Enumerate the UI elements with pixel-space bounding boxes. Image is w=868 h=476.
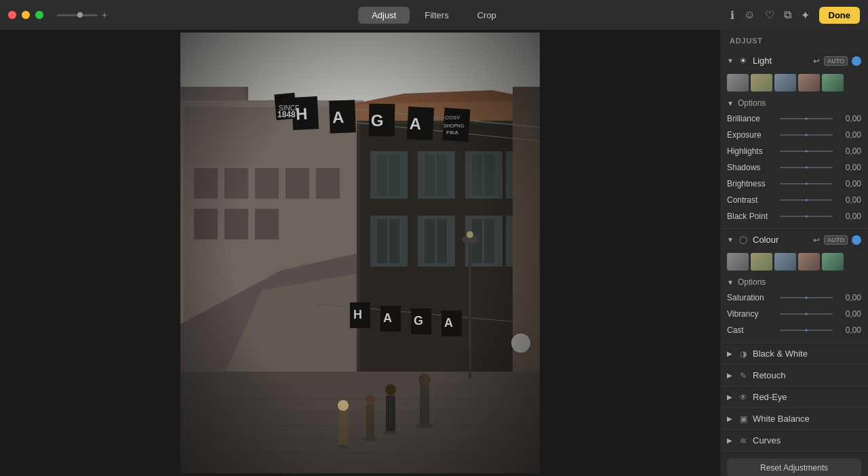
copy-icon[interactable]: ⧉: [784, 9, 791, 21]
magic-icon[interactable]: ✦: [801, 9, 810, 22]
wb-chevron-icon: ▶: [727, 415, 734, 422]
tab-filters[interactable]: Filters: [411, 7, 462, 24]
colour-thumb-3[interactable]: [774, 253, 796, 271]
bw-chevron-icon: ▶: [727, 350, 734, 357]
right-panel: ADJUST ▼ ☀ Light ↩ AUTO: [720, 30, 868, 476]
thumb-5[interactable]: [822, 74, 844, 92]
redeye-label: Red-Eye: [753, 392, 787, 402]
colour-options-label: Options: [738, 277, 766, 287]
wb-label: White Balance: [753, 414, 810, 424]
undo-icon[interactable]: ↩: [813, 56, 820, 66]
highlights-row: Highlights 0,00: [720, 143, 868, 159]
saturation-value: 0,00: [837, 293, 861, 302]
shadows-value: 0,00: [837, 163, 861, 172]
colour-thumb-4[interactable]: [798, 253, 820, 271]
panel-title: ADJUST: [720, 30, 868, 50]
bw-label: Black & White: [753, 349, 808, 359]
colour-section-header[interactable]: ▼ ◯ Colour ↩ AUTO: [720, 229, 868, 250]
reset-button[interactable]: Reset Adjustments: [727, 458, 861, 476]
colour-undo-icon[interactable]: ↩: [813, 235, 820, 245]
light-section: ▼ ☀ Light ↩ AUTO ▼ Options: [720, 50, 868, 229]
colour-auto-badge[interactable]: AUTO: [824, 235, 848, 245]
cast-label: Cast: [727, 325, 776, 335]
thumb-1[interactable]: [727, 74, 749, 92]
brightness-value: 0,00: [837, 179, 861, 189]
top-tabs: Adjust Filters Crop: [358, 7, 510, 24]
curves-label: Curves: [753, 435, 781, 445]
tab-adjust[interactable]: Adjust: [358, 7, 410, 24]
done-button[interactable]: Done: [819, 7, 861, 24]
colour-controls: ↩ AUTO: [813, 235, 861, 245]
blackpoint-label: Black Point: [727, 212, 776, 221]
thumb-3[interactable]: [774, 74, 796, 92]
light-chevron-icon: ▼: [727, 57, 734, 64]
brilliance-label: Brilliance: [727, 114, 776, 123]
colour-icon: ◯: [738, 235, 749, 244]
redeye-icon: 👁: [738, 393, 749, 402]
shadows-label: Shadows: [727, 163, 776, 172]
window-controls: [8, 11, 43, 19]
wb-section[interactable]: ▶ ▣ White Balance: [720, 408, 868, 430]
saturation-slider[interactable]: [780, 292, 833, 303]
retouch-icon: ✎: [738, 371, 749, 380]
colour-thumb-1[interactable]: [727, 253, 749, 271]
exposure-label: Exposure: [727, 130, 776, 140]
light-thumb-strip: [720, 71, 868, 96]
exposure-slider[interactable]: [780, 130, 833, 140]
vibrancy-value: 0,00: [837, 309, 861, 319]
retouch-label: Retouch: [753, 370, 785, 380]
light-section-header[interactable]: ▼ ☀ Light ↩ AUTO: [720, 50, 868, 71]
exposure-value: 0,00: [837, 130, 861, 140]
plus-icon[interactable]: +: [102, 9, 107, 20]
close-button[interactable]: [8, 11, 16, 19]
vibrancy-label: Vibrancy: [727, 309, 776, 319]
contrast-label: Contrast: [727, 195, 776, 205]
brightness-slider[interactable]: +: [57, 9, 107, 20]
heart-icon[interactable]: ♡: [765, 9, 774, 22]
curves-chevron-icon: ▶: [727, 437, 734, 444]
blackpoint-slider[interactable]: [780, 211, 833, 222]
redeye-section[interactable]: ▶ 👁 Red-Eye: [720, 386, 868, 408]
light-options-header[interactable]: ▼ Options: [720, 96, 868, 111]
colour-section: ▼ ◯ Colour ↩ AUTO ▼ Options: [720, 229, 868, 343]
vibrancy-slider[interactable]: [780, 309, 833, 319]
brightness-row: Brightness 0,00: [720, 176, 868, 192]
brightness-slider[interactable]: [780, 178, 833, 189]
brilliance-slider[interactable]: [780, 113, 833, 124]
tab-crop[interactable]: Crop: [464, 7, 510, 24]
svg-rect-97: [180, 33, 540, 473]
cast-slider[interactable]: [780, 325, 833, 336]
thumb-4[interactable]: [798, 74, 820, 92]
light-controls: ↩ AUTO: [813, 56, 861, 66]
thumb-2[interactable]: [751, 74, 772, 92]
colour-thumb-2[interactable]: [751, 253, 772, 271]
shadows-slider[interactable]: [780, 162, 833, 173]
smiley-icon[interactable]: ☺: [744, 9, 755, 21]
contrast-value: 0,00: [837, 195, 861, 205]
contrast-slider[interactable]: [780, 195, 833, 205]
exposure-row: Exposure 0,00: [720, 127, 868, 143]
brilliance-value: 0,00: [837, 114, 861, 123]
auto-badge[interactable]: AUTO: [824, 56, 848, 66]
colour-thumb-5[interactable]: [822, 253, 844, 271]
wb-icon: ▣: [738, 414, 749, 424]
colour-title: Colour: [753, 235, 809, 245]
curves-section[interactable]: ▶ ≋ Curves: [720, 430, 868, 452]
maximize-button[interactable]: [35, 11, 43, 19]
colour-options-header[interactable]: ▼ Options: [720, 275, 868, 290]
light-toggle[interactable]: [852, 56, 861, 66]
curves-icon: ≋: [738, 436, 749, 445]
main-content: H A G A SINCE 1848 COSY SHOPNG FIKA: [0, 30, 868, 476]
shadows-row: Shadows 0,00: [720, 159, 868, 176]
retouch-chevron-icon: ▶: [727, 372, 734, 379]
colour-toggle[interactable]: [852, 235, 861, 245]
retouch-section[interactable]: ▶ ✎ Retouch: [720, 365, 868, 386]
blackpoint-value: 0,00: [837, 212, 861, 221]
minimize-button[interactable]: [22, 11, 30, 19]
brightness-label: Brightness: [727, 179, 776, 189]
bw-section[interactable]: ▶ ◑ Black & White: [720, 343, 868, 365]
info-icon[interactable]: ℹ: [730, 9, 734, 22]
brilliance-row: Brilliance 0,00: [720, 111, 868, 127]
cast-value: 0,00: [837, 325, 861, 335]
highlights-slider[interactable]: [780, 146, 833, 157]
